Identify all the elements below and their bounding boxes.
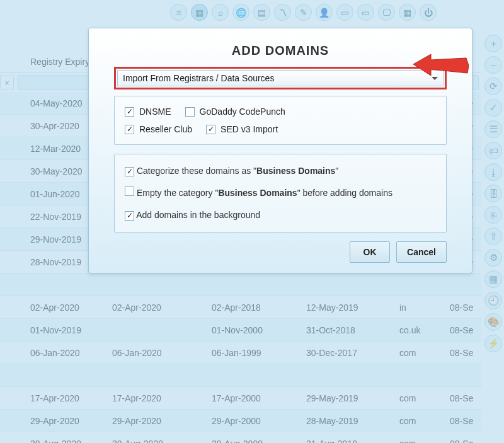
opt-categorize-label: Categorize these domains as "Business Do… xyxy=(137,166,338,176)
highlighted-dropdown: Import From Registrars / Data Sources xyxy=(114,67,447,89)
modal-overlay: ADD DOMAINS Import From Registrars / Dat… xyxy=(0,0,504,443)
opt-empty-checkbox[interactable] xyxy=(125,187,134,196)
source-checkbox[interactable]: GoDaddy CodePunch xyxy=(185,106,285,117)
opt-empty-label: Empty the category "Business Domains" be… xyxy=(137,188,392,198)
import-source-dropdown[interactable]: Import From Registrars / Data Sources xyxy=(117,70,444,86)
sources-section: DNSMEGoDaddy CodePunchReseller ClubSED v… xyxy=(114,96,447,145)
source-row: DNSMEGoDaddy CodePunch xyxy=(125,106,436,117)
source-row: Reseller ClubSED v3 Import xyxy=(125,124,436,134)
source-checkbox[interactable]: Reseller Club xyxy=(125,124,192,134)
source-label: DNSME xyxy=(139,106,171,117)
source-checkbox[interactable]: SED v3 Import xyxy=(206,124,278,134)
source-label: GoDaddy CodePunch xyxy=(200,106,285,117)
opt-background-label: Add domains in the background xyxy=(136,210,260,220)
cancel-button[interactable]: Cancel xyxy=(396,241,447,263)
options-section: Categorize these domains as "Business Do… xyxy=(114,154,447,233)
modal-title: ADD DOMAINS xyxy=(100,43,461,58)
opt-categorize-checkbox[interactable] xyxy=(125,167,134,176)
source-checkbox[interactable]: DNSME xyxy=(125,106,171,117)
dropdown-label: Import From Registrars / Data Sources xyxy=(123,73,274,83)
ok-button[interactable]: OK xyxy=(350,241,390,263)
opt-background-checkbox[interactable] xyxy=(125,211,134,221)
source-label: SED v3 Import xyxy=(220,124,278,134)
add-domains-modal: ADD DOMAINS Import From Registrars / Dat… xyxy=(88,28,472,273)
source-label: Reseller Club xyxy=(139,124,192,134)
modal-buttons: OK Cancel xyxy=(100,241,447,263)
